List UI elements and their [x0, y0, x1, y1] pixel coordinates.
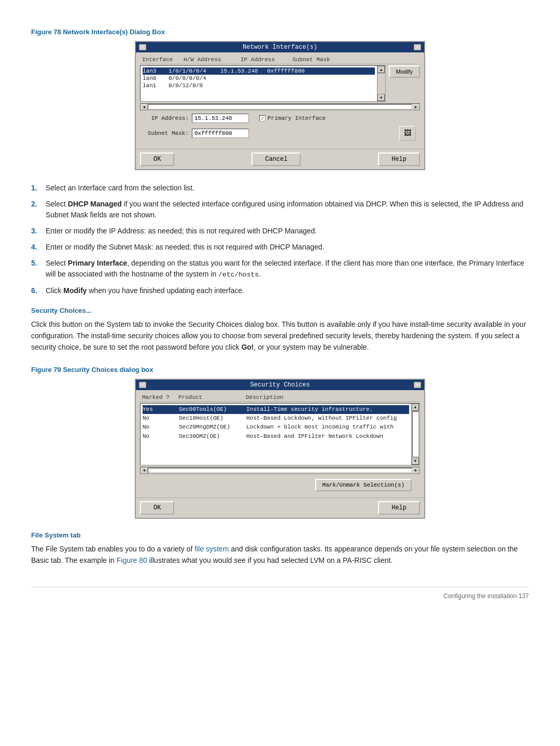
- sc-minimize-btn[interactable]: ─: [139, 382, 146, 388]
- sc-cell-description: Lockdown + block most incoming traffic w…: [246, 423, 409, 431]
- ni-table-list: lan3 1/0/1/0/0/4 15.1.53.248 0xffffff800…: [141, 66, 377, 101]
- sc-scroll-down-btn[interactable]: ▼: [412, 458, 419, 465]
- instruction-num-2: 2.: [31, 199, 44, 220]
- ni-table-header: Interface H/W Address IP Address Subnet …: [140, 56, 420, 64]
- security-section-para: Click this button on the System tab to i…: [31, 319, 529, 353]
- table-row[interactable]: lan0 0/0/8/0/0/4: [143, 75, 375, 82]
- cancel-button[interactable]: Cancel: [251, 153, 301, 166]
- sc-col-product: Product: [178, 394, 246, 400]
- sc-cell-marked: No: [143, 423, 179, 431]
- scroll-track: [148, 104, 412, 109]
- instruction-6: 6. Click Modify when you have finished u…: [31, 285, 529, 296]
- col-interface: Interface: [142, 57, 184, 63]
- figure78-dialog-wrapper: ─ Network Interface(s) ✕ Interface H/W A…: [31, 41, 529, 170]
- modify-button[interactable]: Modify: [389, 65, 420, 78]
- sc-table-content[interactable]: Yes Sec00Tools(OE) Install-Time security…: [140, 403, 420, 465]
- cell-ip: [220, 82, 267, 89]
- cell-interface: lan3: [143, 68, 169, 74]
- sc-cell-description: Host-Based and IPFilter Network Lockdown: [246, 433, 409, 440]
- instruction-num-4: 4.: [31, 242, 44, 253]
- cell-subnet: [267, 75, 329, 81]
- file-system-link[interactable]: file system: [194, 545, 229, 553]
- modify-bold: Modify: [63, 286, 87, 295]
- instruction-num-5: 5.: [31, 258, 44, 280]
- instruction-text-1: Select an Interface card from the select…: [46, 183, 529, 194]
- subnet-mask-input[interactable]: [192, 129, 249, 138]
- instruction-text-2: Select DHCP Managed if you want the sele…: [46, 199, 529, 220]
- cell-hw: 1/0/1/0/0/4: [169, 68, 220, 74]
- sc-scroll-left-btn[interactable]: ◄: [141, 467, 148, 474]
- close-btn[interactable]: ✕: [414, 44, 421, 50]
- scrollbar-up-btn[interactable]: ▲: [377, 66, 385, 73]
- sc-cell-marked: No: [143, 415, 179, 422]
- security-section-heading: Security Choices...: [31, 307, 529, 314]
- sc-help-button[interactable]: Help: [378, 501, 420, 515]
- ip-address-input[interactable]: [192, 114, 249, 123]
- go-bold: Go!: [241, 343, 254, 351]
- etc-hosts-code: /etc/hosts: [218, 271, 259, 279]
- instruction-4: 4. Enter or modify the Subnet Mask: as n…: [31, 242, 529, 253]
- ni-scrollbar[interactable]: ▲ ▼: [377, 66, 385, 101]
- figure78-title: Figure 78 Network Interface(s) Dialog Bo…: [31, 28, 529, 36]
- instruction-1: 1. Select an Interface card from the sel…: [31, 183, 529, 194]
- scroll-left-btn[interactable]: ◄: [141, 104, 148, 110]
- cell-interface: lan0: [143, 75, 169, 81]
- sc-scroll-track-horiz: [148, 468, 412, 473]
- ok-button[interactable]: OK: [140, 153, 174, 166]
- page-footer: Configuring the installation 137: [31, 587, 529, 600]
- instructions-list: 1. Select an Interface card from the sel…: [31, 183, 529, 296]
- sc-ok-button[interactable]: OK: [140, 501, 174, 515]
- help-button[interactable]: Help: [378, 153, 420, 166]
- sc-close-btn[interactable]: ✕: [414, 382, 421, 388]
- sc-horiz-scrollbar[interactable]: ◄ ►: [140, 467, 420, 474]
- sc-scroll-track: [412, 411, 419, 457]
- dialog-body: Interface H/W Address IP Address Subnet …: [136, 52, 424, 147]
- sc-cell-description: Host-Based Lockdown, without IPFilter co…: [246, 415, 409, 422]
- sc-scroll-right-btn[interactable]: ►: [412, 467, 419, 474]
- primary-interface-checkbox-area[interactable]: ✓ Primary Interface: [259, 115, 326, 121]
- ni-table-content[interactable]: lan3 1/0/1/0/0/4 15.1.53.248 0xffffff800…: [140, 65, 386, 102]
- scroll-right-btn[interactable]: ►: [412, 104, 419, 110]
- sc-dialog-body: Marked ? Product Description Yes Sec00To…: [136, 390, 424, 498]
- cell-ip: [220, 75, 267, 81]
- sc-table-list: Yes Sec00Tools(OE) Install-Time security…: [141, 404, 411, 465]
- col-subnet-mask: Subnet Mask: [292, 57, 360, 63]
- minimize-btn[interactable]: ─: [139, 44, 146, 50]
- image-icon: 🖼: [399, 126, 416, 141]
- instruction-num-3: 3.: [31, 226, 44, 237]
- sc-scroll-up-btn[interactable]: ▲: [412, 404, 419, 411]
- sc-scrollbar[interactable]: ▲ ▼: [411, 404, 419, 465]
- dialog-title: Network Interface(s): [146, 44, 414, 51]
- figure79-dialog-wrapper: ─ Security Choices ✕ Marked ? Product De…: [31, 379, 529, 519]
- scrollbar-down-btn[interactable]: ▼: [377, 94, 385, 101]
- sc-dialog-buttons: OK Help: [136, 498, 424, 518]
- instruction-3: 3. Enter or modify the IP Address: as ne…: [31, 226, 529, 237]
- sc-cell-product: Sec10Host(OE): [179, 415, 246, 422]
- primary-interface-label: Primary Interface: [268, 115, 326, 121]
- subnet-mask-row: Subnet Mask: 🖼: [142, 126, 418, 141]
- figure80-link[interactable]: Figure 80: [117, 556, 147, 564]
- primary-interface-bold: Primary Interface: [68, 259, 127, 267]
- dhcp-bold: DHCP Managed: [68, 200, 122, 208]
- cell-hw: 0/0/12/0/0: [169, 82, 220, 89]
- mark-unmark-button[interactable]: Mark/Unmark Selection(s): [315, 479, 412, 491]
- ni-table-area: lan3 1/0/1/0/0/4 15.1.53.248 0xffffff800…: [140, 65, 420, 102]
- table-row[interactable]: No Sec20MngDMZ(OE) Lockdown + block most…: [143, 423, 409, 432]
- table-row[interactable]: No Sec30DMZ(OE) Host-Based and IPFilter …: [143, 432, 409, 441]
- instruction-text-6: Click Modify when you have finished upda…: [46, 285, 529, 296]
- instruction-num-1: 1.: [31, 183, 44, 194]
- sc-dialog-title: Security Choices: [146, 381, 414, 389]
- table-row[interactable]: Yes Sec00Tools(OE) Install-Time security…: [143, 405, 409, 414]
- horiz-scrollbar[interactable]: ◄ ►: [140, 103, 420, 110]
- instruction-2: 2. Select DHCP Managed if you want the s…: [31, 199, 529, 220]
- ip-address-label: IP Address:: [142, 115, 189, 121]
- cell-ip: 15.1.53.248: [220, 68, 267, 74]
- sc-col-marked: Marked ?: [142, 394, 178, 400]
- col-ip-address: IP Address: [241, 57, 292, 63]
- primary-interface-checkbox[interactable]: ✓: [259, 115, 265, 121]
- table-row[interactable]: No Sec10Host(OE) Host-Based Lockdown, wi…: [143, 414, 409, 423]
- cell-hw: 0/0/8/0/0/4: [169, 75, 220, 81]
- network-interface-dialog: ─ Network Interface(s) ✕ Interface H/W A…: [135, 41, 425, 170]
- table-row[interactable]: lan1 0/0/12/0/0: [143, 82, 375, 89]
- table-row[interactable]: lan3 1/0/1/0/0/4 15.1.53.248 0xffffff800: [143, 67, 375, 75]
